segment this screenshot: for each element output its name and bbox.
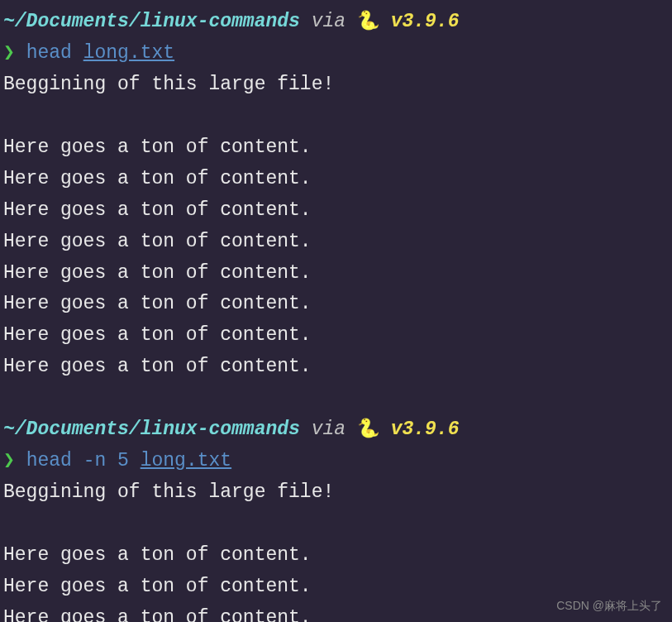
separator-blank: [3, 383, 669, 414]
output-line: Here goes a ton of content.: [3, 289, 669, 320]
python-version: v3.9.6: [379, 414, 460, 446]
terminal-block-2: ~/Documents/linux-commands via 🐍 v3.9.6 …: [3, 414, 669, 622]
output-line: Here goes a ton of content.: [3, 540, 669, 572]
terminal-block-1: ~/Documents/linux-commands via 🐍 v3.9.6 …: [3, 7, 669, 383]
output-line: Here goes a ton of content.: [3, 164, 669, 195]
output-line: [3, 101, 669, 132]
command-text: head: [15, 38, 83, 69]
output-line: Here goes a ton of content.: [3, 227, 669, 258]
python-snake-icon: 🐍: [357, 7, 379, 37]
command-filename: long.txt: [83, 38, 174, 69]
command-filename: long.txt: [141, 446, 231, 477]
watermark-text: CSDN @麻将上头了: [556, 596, 662, 615]
python-version: v3.9.6: [379, 7, 460, 38]
prompt-arrow-icon: ❯: [3, 446, 15, 477]
current-path: ~/Documents/linux-commands: [3, 7, 300, 38]
output-line: Here goes a ton of content.: [3, 258, 669, 289]
command-line[interactable]: ❯ head long.txt: [3, 38, 669, 69]
output-line: Beggining of this large file!: [3, 477, 669, 509]
output-line: Here goes a ton of content.: [3, 352, 669, 383]
via-text: via: [300, 414, 357, 446]
python-snake-icon: 🐍: [357, 415, 379, 445]
output-line: [3, 509, 669, 540]
output-line: Beggining of this large file!: [3, 69, 669, 101]
prompt-arrow-icon: ❯: [3, 38, 15, 69]
output-line: Here goes a ton of content.: [3, 132, 669, 164]
current-path: ~/Documents/linux-commands: [3, 414, 300, 446]
via-text: via: [300, 7, 357, 38]
prompt-context-line: ~/Documents/linux-commands via 🐍 v3.9.6: [3, 7, 669, 38]
prompt-context-line: ~/Documents/linux-commands via 🐍 v3.9.6: [3, 414, 669, 446]
command-text: head -n 5: [15, 446, 141, 477]
output-line: Here goes a ton of content.: [3, 195, 669, 227]
output-line: Here goes a ton of content.: [3, 320, 669, 352]
command-line[interactable]: ❯ head -n 5 long.txt: [3, 446, 669, 477]
